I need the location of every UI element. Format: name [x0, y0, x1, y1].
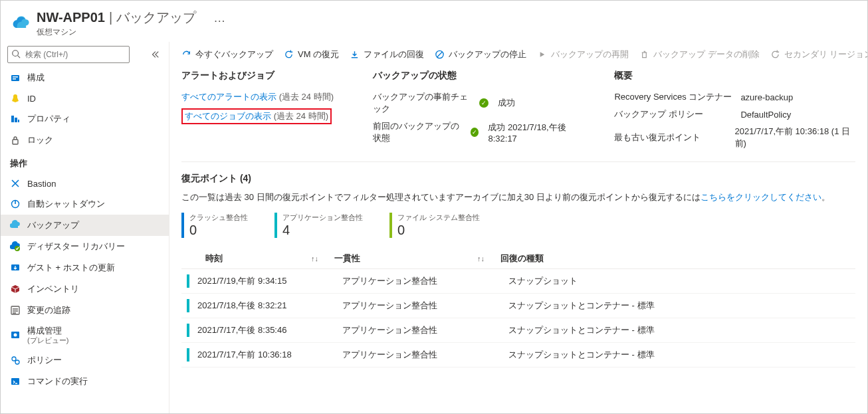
restore-points-heading: 復元ポイント (4)	[181, 173, 855, 185]
col-recovery-header[interactable]: 回復の種類	[500, 253, 855, 264]
rp-time: 2021/7/17,午後 8:35:46	[197, 324, 342, 336]
id-icon	[10, 93, 21, 104]
vault-link[interactable]: azure-backup	[740, 92, 793, 102]
policy-label: バックアップ ポリシー	[614, 108, 734, 120]
sidebar-section-operations: 操作	[1, 151, 169, 173]
restore-point-row[interactable]: 2021/7/17,午前 10:36:18 アプリケーション整合性 スナップショ…	[181, 343, 855, 367]
rp-recovery-type: スナップショットとコンテナー - 標準	[508, 324, 855, 336]
policy-icon	[10, 355, 21, 365]
row-indicator	[187, 274, 189, 288]
consistency-label: クラッシュ整合性	[189, 213, 248, 223]
collapse-sidebar-button[interactable]	[148, 47, 162, 62]
sidebar: 構成IDプロパティロック 操作 Bastion自動シャットダウンバックアップディ…	[1, 42, 169, 414]
toolbar-label: ファイルの回復	[364, 49, 424, 60]
bastion-icon	[10, 178, 21, 189]
sidebar-item-policy[interactable]: ポリシー	[1, 350, 169, 371]
rp-consistency: アプリケーション整合性	[342, 300, 508, 312]
sidebar-item-backup[interactable]: バックアップ	[1, 215, 169, 236]
search-input[interactable]	[7, 46, 130, 63]
toolbar-label: 今すぐバックアップ	[195, 49, 273, 60]
toolbar-label: バックアップの停止	[449, 49, 526, 60]
resume-icon	[537, 50, 547, 60]
svg-rect-6	[15, 118, 17, 122]
sidebar-item-label: ゲスト + ホストの更新	[27, 262, 115, 274]
sidebar-item-bastion[interactable]: Bastion	[1, 173, 169, 193]
consistency-card: アプリケーション整合性4	[274, 213, 363, 238]
sidebar-item-label: 自動シャットダウン	[27, 198, 105, 210]
sidebar-item-dr[interactable]: ディザスター リカバリー	[1, 236, 169, 257]
sidebar-item-props[interactable]: プロパティ	[1, 108, 169, 130]
view-all-alerts-link[interactable]: すべてのアラートの表示 (過去 24 時間)	[181, 92, 334, 102]
svg-rect-8	[13, 140, 18, 144]
sidebar-item-update[interactable]: ゲスト + ホストの更新	[1, 257, 169, 278]
sidebar-item-label: 構成	[27, 72, 45, 84]
svg-rect-7	[18, 120, 19, 122]
svg-rect-2	[11, 75, 19, 81]
sidebar-item-changes[interactable]: 変更の追跡	[1, 300, 169, 321]
col-consistency-header[interactable]: 一貫性 ↑↓	[334, 253, 500, 264]
success-icon: ✓	[471, 128, 479, 137]
rp-recovery-type: スナップショットとコンテナー - 標準	[508, 349, 855, 361]
restore-point-row[interactable]: 2021/7/17,午後 8:35:46 アプリケーション整合性 スナップショッ…	[181, 318, 855, 343]
vault-label: Recovery Services コンテナー	[614, 91, 734, 103]
sort-icon: ↑↓	[311, 255, 318, 262]
sidebar-item-runcmd[interactable]: コマンドの実行	[1, 371, 169, 392]
consistency-value: 0	[397, 223, 480, 238]
resource-type-caption: 仮想マシン	[37, 27, 225, 38]
restore-helper-link[interactable]: こちらをクリックしてください	[701, 192, 821, 202]
svg-line-1	[18, 56, 21, 58]
oldest-rp-value: 2021/7/17,午前 10:36:18 (1 日前)	[735, 126, 855, 150]
secondary-icon	[770, 50, 780, 60]
sort-icon: ↑↓	[477, 255, 485, 262]
sidebar-item-id[interactable]: ID	[1, 88, 169, 108]
changes-icon	[10, 305, 21, 316]
sidebar-item-label: ディザスター リカバリー	[27, 241, 125, 253]
sidebar-item-inventory[interactable]: インベントリ	[1, 278, 169, 300]
command-bar: 今すぐバックアップVM の復元ファイルの回復バックアップの停止バックアップの再開…	[169, 42, 867, 67]
precheck-label: バックアップの事前チェック	[373, 91, 473, 115]
restore-point-row[interactable]: 2021/7/19,午前 9:34:15 アプリケーション整合性 スナップショッ…	[181, 269, 855, 294]
shutdown-icon	[10, 199, 21, 209]
toolbar-restorevm-button[interactable]: VM の復元	[284, 49, 339, 60]
more-actions-button[interactable]: …	[213, 11, 225, 25]
last-backup-value: 成功 2021/7/18,午後 8:32:17	[488, 122, 588, 144]
sidebar-item-config[interactable]: 構成	[1, 67, 169, 88]
filerec-icon	[350, 50, 360, 60]
toolbar-resume-button: バックアップの再開	[537, 49, 629, 60]
runcmd-icon	[10, 376, 21, 387]
last-backup-label: 前回のバックアップの状態	[373, 120, 464, 144]
toolbar-secondary-button: セカンダリ リージョンへの復元	[770, 49, 867, 60]
search-icon	[11, 49, 21, 58]
sidebar-item-label: プロパティ	[27, 113, 70, 125]
vm-cloud-icon	[11, 14, 30, 33]
svg-point-0	[13, 51, 19, 56]
svg-line-22	[437, 52, 443, 57]
toolbar-refresh-button[interactable]: 今すぐバックアップ	[181, 49, 273, 60]
rp-time: 2021/7/18,午後 8:32:21	[197, 300, 342, 312]
restore-point-row[interactable]: 2021/7/18,午後 8:32:21 アプリケーション整合性 スナップショッ…	[181, 294, 855, 318]
rp-recovery-type: スナップショット	[508, 275, 855, 287]
toolbar-filerec-button[interactable]: ファイルの回復	[350, 49, 424, 60]
toolbar-stop-button[interactable]: バックアップの停止	[435, 49, 526, 60]
rp-consistency: アプリケーション整合性	[342, 349, 508, 361]
consistency-value: 4	[282, 223, 363, 238]
sidebar-item-configmgmt[interactable]: 構成管理(プレビュー)	[1, 321, 169, 350]
col-time-header[interactable]: 時刻 ↑↓	[181, 253, 334, 264]
sidebar-item-label: バックアップ	[27, 219, 79, 231]
stop-icon	[435, 50, 445, 60]
consistency-card: クラッシュ整合性0	[181, 213, 248, 238]
rp-recovery-type: スナップショットとコンテナー - 標準	[508, 300, 855, 312]
policy-link[interactable]: DefaultPolicy	[740, 110, 791, 120]
toolbar-label: バックアップの再開	[551, 49, 629, 60]
sidebar-item-label: ポリシー	[27, 354, 62, 366]
restorevm-icon	[284, 50, 294, 60]
toolbar-label: バックアップ データの削除	[653, 49, 760, 60]
sidebar-item-lock[interactable]: ロック	[1, 130, 169, 151]
alerts-jobs-heading: アラートおよびジョブ	[181, 70, 346, 82]
update-icon	[10, 262, 21, 273]
view-all-jobs-link[interactable]: すべてのジョブの表示 (過去 24 時間)	[181, 108, 332, 124]
main-content: 今すぐバックアップVM の復元ファイルの回復バックアップの停止バックアップの再開…	[169, 42, 867, 414]
precheck-value: 成功	[498, 97, 515, 109]
sidebar-item-shutdown[interactable]: 自動シャットダウン	[1, 193, 169, 215]
backup-icon	[10, 220, 21, 231]
